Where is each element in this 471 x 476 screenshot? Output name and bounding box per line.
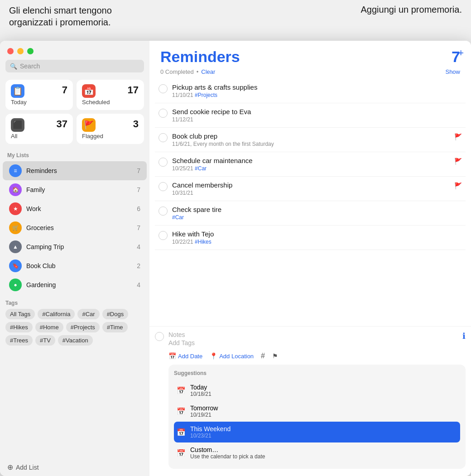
new-reminder-row: Notes Add Tags ℹ [155,331,466,346]
tag-chip-vacation[interactable]: #Vacation [58,335,93,346]
reminder-item: Cancel membership 10/31/21 🚩 [155,177,466,201]
reminder-checkbox[interactable] [159,207,168,216]
smart-card-all[interactable]: ⬛ 37 All [5,114,73,144]
list-count: 2 [137,262,140,269]
flag-button[interactable]: ⚑ [272,352,278,360]
reminder-sub: 10/22/21 #Hikes [172,239,462,245]
reminder-title: Book club prep [172,132,450,140]
reminder-title: Schedule car maintenance [172,157,450,164]
add-location-button[interactable]: 📍 Add Location [210,352,254,360]
list-icon: ● [9,279,22,291]
minimize-button[interactable] [17,48,24,54]
reminder-title: Send cookie recipe to Eva [172,108,462,115]
lists-container: ≡ Reminders 7 🏠 Family 7 ★ Work 6 🛒 Groc… [0,161,149,294]
notes-field[interactable]: Notes [168,331,458,338]
reminder-date: 11/12/21 [172,116,193,123]
list-item-family[interactable]: 🏠 Family 7 [3,180,147,199]
suggestion-item-tomorrow[interactable]: 📅 Tomorrow 10/19/21 [174,401,460,422]
clear-link[interactable]: Clear [201,68,215,75]
show-link[interactable]: Show [445,68,460,75]
new-reminder-area: Notes Add Tags ℹ [149,326,471,348]
suggestion-item-customcustom[interactable]: 📅 Custom… Use the calendar to pick a dat… [174,442,460,463]
tag-chip-trees[interactable]: #Trees [5,335,33,346]
reminder-title: Pickup arts & crafts supplies [172,83,462,91]
hash-button[interactable]: # [261,352,265,360]
reminder-tag[interactable]: #Projects [195,92,217,98]
reminder-checkbox[interactable] [159,84,168,93]
smart-card-scheduled[interactable]: 📅 17 Scheduled [77,80,144,110]
info-icon[interactable]: ℹ [462,331,466,341]
reminder-tag[interactable]: #Car [195,165,207,172]
smart-grid: 📋 7 Today 📅 17 Scheduled ⬛ 37 All 🚩 3 Fl… [0,77,149,150]
list-item-reminders[interactable]: ≡ Reminders 7 [3,161,147,180]
reminder-checkbox[interactable] [159,182,168,191]
scheduled-count: 17 [128,84,139,96]
add-date-button[interactable]: 📅 Add Date [168,352,202,360]
reminder-sub: 10/31/21 [172,190,450,196]
tooltip-right: Aggiungi un promemoria. [361,5,462,15]
suggestion-body: Today 10/18/21 [190,384,211,397]
reminder-tag[interactable]: #Car [172,214,184,221]
suggestion-date: 10/23/21 [190,433,231,439]
reminder-date: 11/10/21 [172,92,193,98]
reminder-flag-icon: 🚩 [454,182,462,189]
tag-chip-home[interactable]: #Home [35,322,63,332]
tag-chip-all tags[interactable]: All Tags [5,309,35,319]
suggestions-list: 📅 Today 10/18/21 📅 Tomorrow 10/19/21 📅 T… [174,380,460,463]
reminder-toolbar: 📅 Add Date 📍 Add Location # ⚑ [149,348,471,365]
reminder-date: 10/22/21 [172,239,193,245]
list-name: Camping Trip [26,243,132,250]
suggestion-label: This Weekend [190,425,231,433]
new-reminder-circle[interactable] [155,332,164,341]
tag-chip-dogs[interactable]: #Dogs [102,309,129,319]
tag-chip-time[interactable]: #Time [102,322,128,332]
reminder-checkbox[interactable] [159,231,168,240]
list-icon: ▲ [9,240,22,253]
close-button[interactable] [7,48,14,54]
search-input[interactable]: Search [20,63,40,70]
suggestion-item-today[interactable]: 📅 Today 10/18/21 [174,380,460,401]
tag-chip-projects[interactable]: #Projects [66,322,100,332]
smart-card-today[interactable]: 📋 7 Today [5,80,73,110]
list-item-groceries[interactable]: 🛒 Groceries 7 [3,218,147,237]
reminder-item: Send cookie recipe to Eva 11/12/21 [155,103,466,128]
smart-card-flagged[interactable]: 🚩 3 Flagged [77,114,144,144]
dot-separator: • [197,68,199,75]
reminder-checkbox[interactable] [159,109,168,118]
reminder-body: Cancel membership 10/31/21 [172,181,450,196]
all-count: 37 [57,118,67,130]
list-count: 7 [137,167,140,174]
suggestion-label: Tomorrow [190,404,218,412]
reminder-checkbox[interactable] [159,133,168,142]
suggestion-item-this-weekend[interactable]: 📅 This Weekend 10/23/21 [174,422,460,442]
add-tags-field[interactable]: Add Tags [168,339,458,346]
reminder-sub: #Car [172,214,462,221]
tag-chip-car[interactable]: #Car [77,309,99,319]
maximize-button[interactable] [27,48,34,54]
reminder-sub: 10/25/21 #Car [172,165,450,172]
list-name: Book Club [26,262,132,269]
tag-chip-tv[interactable]: #TV [35,335,55,346]
reminder-tag[interactable]: #Hikes [195,239,211,245]
search-box[interactable]: 🔍 Search [5,60,144,72]
list-name: Gardening [26,281,132,288]
list-item-work[interactable]: ★ Work 6 [3,199,147,218]
list-icon: 🛒 [9,221,22,234]
suggestion-body: Tomorrow 10/19/21 [190,404,218,418]
reminder-body: Book club prep 11/6/21, Every month on t… [172,132,450,147]
reminder-item: Book club prep 11/6/21, Every month on t… [155,128,466,152]
list-item-camping-trip[interactable]: ▲ Camping Trip 4 [3,237,147,256]
list-icon: 🔖 [9,260,22,272]
reminder-body: Pickup arts & crafts supplies 11/10/21 #… [172,83,462,98]
tag-chip-california[interactable]: #California [38,309,75,319]
add-list-button[interactable]: ⊕ Add List [0,458,149,476]
suggestion-body: Custom… Use the calendar to pick a date [190,446,265,460]
list-item-book-club[interactable]: 🔖 Book Club 2 [3,256,147,275]
tag-chip-hikes[interactable]: #Hikes [5,322,33,332]
app-container: 🔍 Search 📋 7 Today 📅 17 Scheduled ⬛ 37 A… [0,41,471,476]
reminder-sub: 11/10/21 #Projects [172,92,462,98]
add-location-label: Add Location [219,353,254,360]
list-item-gardening[interactable]: ● Gardening 4 [3,275,147,294]
reminder-checkbox[interactable] [159,158,168,167]
add-reminder-button[interactable]: + [458,47,464,59]
